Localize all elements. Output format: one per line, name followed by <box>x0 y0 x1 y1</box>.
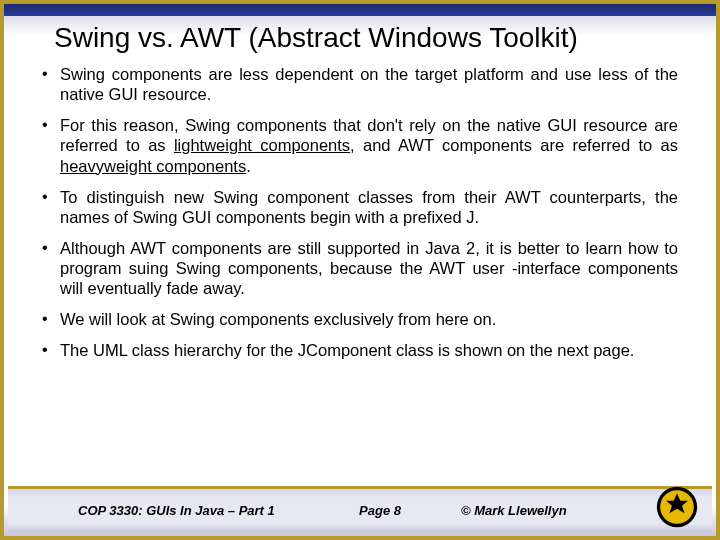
underline-term: heavyweight components <box>60 157 246 175</box>
bullet-item: • For this reason, Swing components that… <box>42 115 678 175</box>
top-band <box>4 4 716 16</box>
ucf-logo-icon <box>656 486 698 528</box>
bullet-dot: • <box>42 340 60 360</box>
bullet-item: • Although AWT components are still supp… <box>42 238 678 298</box>
slide-title: Swing vs. AWT (Abstract Windows Toolkit) <box>54 22 686 54</box>
footer-course: COP 3330: GUIs In Java – Part 1 <box>8 503 329 518</box>
bullet-text: Although AWT components are still suppor… <box>60 238 678 298</box>
bullet-dot: • <box>42 309 60 329</box>
body-area: • Swing components are less dependent on… <box>4 62 716 361</box>
slide: Swing vs. AWT (Abstract Windows Toolkit)… <box>0 0 720 540</box>
bullet-item: • The UML class hierarchy for the JCompo… <box>42 340 678 360</box>
bullet-dot: • <box>42 187 60 227</box>
bullet-text: Swing components are less dependent on t… <box>60 64 678 104</box>
footer-page: Page 8 <box>329 503 431 518</box>
bullet-dot: • <box>42 238 60 298</box>
bullet-text: To distinguish new Swing component class… <box>60 187 678 227</box>
text-frag: . <box>246 157 251 175</box>
bullet-text: We will look at Swing components exclusi… <box>60 309 678 329</box>
bullet-dot: • <box>42 115 60 175</box>
bullet-text: For this reason, Swing components that d… <box>60 115 678 175</box>
text-frag: , and AWT components are referred to as <box>350 136 678 154</box>
underline-term: lightweight components <box>174 136 350 154</box>
bullet-dot: • <box>42 64 60 104</box>
footer: COP 3330: GUIs In Java – Part 1 Page 8 ©… <box>8 486 712 532</box>
bullet-text: The UML class hierarchy for the JCompone… <box>60 340 678 360</box>
bullet-item: • Swing components are less dependent on… <box>42 64 678 104</box>
bullet-item: • We will look at Swing components exclu… <box>42 309 678 329</box>
bullet-item: • To distinguish new Swing component cla… <box>42 187 678 227</box>
